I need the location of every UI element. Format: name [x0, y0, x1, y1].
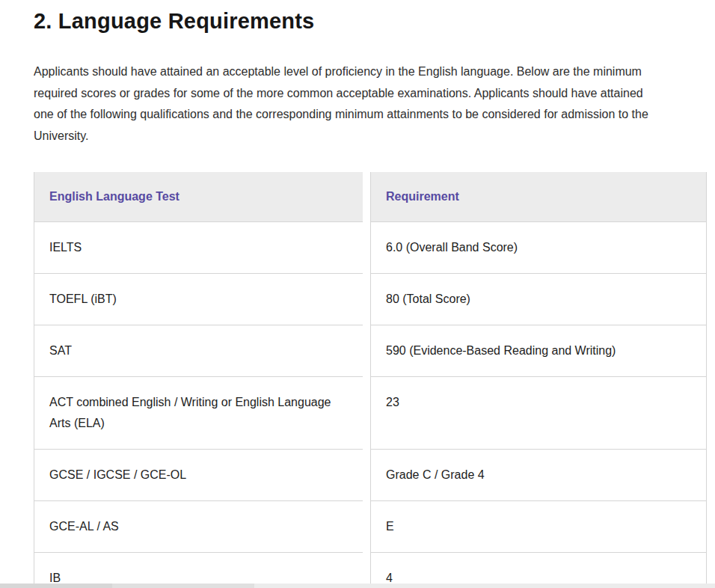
table-body: IELTS 6.0 (Overall Band Score) TOEFL (iB… [34, 222, 707, 588]
table-row: GCE-AL / AS E [34, 501, 707, 553]
test-cell: TOEFL (iBT) [34, 274, 363, 325]
page-canvas: 2. Language Requirements Applicants shou… [0, 0, 715, 588]
intro-line: required scores or grades for some of th… [34, 83, 696, 105]
column-header-requirement: Requirement [370, 172, 707, 222]
test-cell: GCE-AL / AS [34, 501, 363, 553]
intro-line: one of the following qualifications and … [34, 104, 696, 126]
table-header-row: English Language Test Requirement [34, 172, 707, 222]
intro-line: Applicants should have attained an accep… [34, 61, 696, 83]
test-cell: IELTS [34, 222, 363, 274]
requirement-cell: Grade C / Grade 4 [370, 450, 707, 501]
table-row: GCSE / IGCSE / GCE-OL Grade C / Grade 4 [34, 450, 707, 501]
test-cell: IB [34, 553, 363, 588]
table-row: TOEFL (iBT) 80 (Total Score) [34, 274, 707, 325]
horizontal-scrollbar-track[interactable] [0, 584, 715, 588]
table-row: IB 4 [34, 553, 707, 588]
intro-paragraph: Applicants should have attained an accep… [34, 61, 696, 147]
page-title: 2. Language Requirements [34, 9, 681, 33]
test-cell: GCSE / IGCSE / GCE-OL [34, 450, 363, 501]
test-cell: ACT combined English / Writing or Englis… [34, 377, 363, 450]
requirement-cell: 6.0 (Overall Band Score) [370, 222, 707, 274]
table-row: ACT combined English / Writing or Englis… [34, 377, 707, 450]
scrollbar-track-segment [112, 584, 254, 588]
requirement-cell: 4 [370, 553, 707, 588]
column-header-english-language-test: English Language Test [34, 172, 363, 222]
requirement-cell: 80 (Total Score) [370, 274, 707, 325]
table-row: SAT 590 (Evidence-Based Reading and Writ… [34, 325, 707, 377]
horizontal-scrollbar-thumb[interactable] [0, 584, 112, 588]
intro-line: University. [34, 126, 696, 147]
test-cell: SAT [34, 325, 363, 377]
requirement-cell: E [370, 501, 707, 553]
table-row: IELTS 6.0 (Overall Band Score) [34, 222, 707, 274]
requirement-cell: 23 [370, 377, 707, 450]
language-requirements-table: English Language Test Requirement IELTS … [34, 172, 707, 588]
requirement-cell: 590 (Evidence-Based Reading and Writing) [370, 325, 707, 377]
